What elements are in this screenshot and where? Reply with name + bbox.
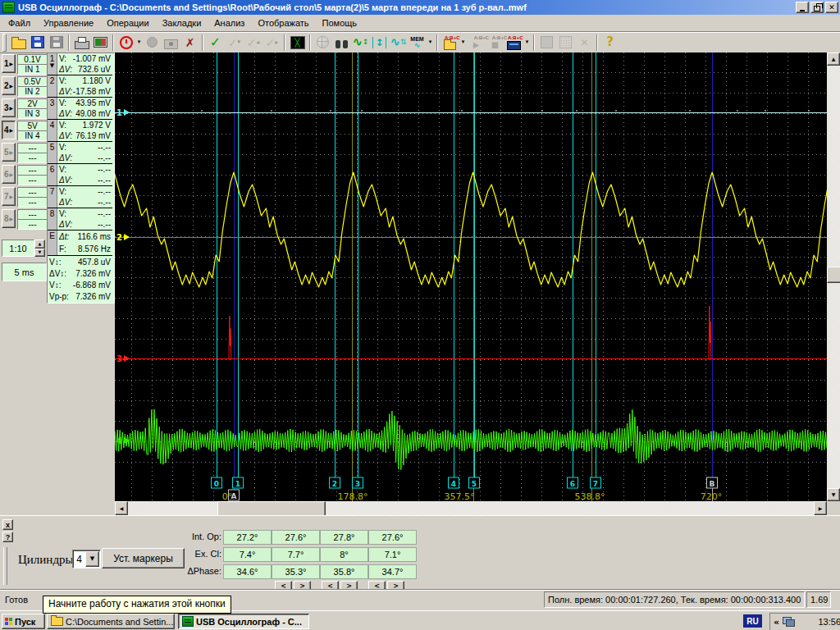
- panel-help-button[interactable]: ?: [2, 532, 13, 542]
- probe-ratio-spinner[interactable]: ▲ ▼: [34, 240, 45, 257]
- toolbar-separator: [309, 34, 311, 51]
- trigger-marker-icon[interactable]: ▼: [50, 63, 54, 69]
- spinner-up-icon[interactable]: ▲: [34, 240, 45, 249]
- menu-item-2[interactable]: Операции: [100, 16, 155, 30]
- channel-1-marker[interactable]: 1: [116, 108, 122, 117]
- measure-back-icon[interactable]: ✓◂: [244, 34, 262, 52]
- phase-cell: 35.3°: [272, 564, 320, 579]
- channel-7-input[interactable]: ---: [17, 197, 48, 208]
- channel-8-button[interactable]: 8▶: [2, 209, 16, 228]
- channel-4-input[interactable]: IN 4: [17, 130, 48, 141]
- cursors-icon[interactable]: ↕: [370, 34, 389, 52]
- analysis-display-icon-dropdown[interactable]: ▾: [523, 34, 531, 52]
- scroll-left-button[interactable]: ◀: [115, 501, 128, 515]
- analysis-open-icon-dropdown[interactable]: ▾: [459, 34, 467, 52]
- degree-label: 720°: [701, 491, 723, 501]
- help-icon[interactable]: ?: [600, 34, 619, 52]
- vertical-scroll-thumb[interactable]: [827, 267, 840, 283]
- menu-item-5[interactable]: Отображать: [251, 16, 315, 30]
- wave-params-icon[interactable]: ∿⇅: [389, 34, 408, 52]
- panel-grip[interactable]: [3, 547, 7, 585]
- save-as-icon[interactable]: [47, 34, 66, 52]
- channel-2-input[interactable]: IN 2: [17, 86, 48, 97]
- scroll-up-button[interactable]: ▲: [827, 52, 840, 66]
- channel-7-button[interactable]: 7▶: [2, 187, 16, 206]
- oscilloscope-display[interactable]: 123401A234567B0°178.8°357.5°538.8°720°: [115, 52, 827, 501]
- probe-ratio-field[interactable]: 1:10: [2, 240, 34, 257]
- erase-icon[interactable]: ✗: [180, 34, 199, 52]
- channel-6-input[interactable]: ---: [17, 175, 48, 185]
- vertical-scrollbar[interactable]: ▲ ▼: [827, 52, 840, 501]
- channel-3-marker[interactable]: 3: [116, 354, 122, 363]
- network-icon[interactable]: [783, 617, 795, 627]
- scroll-right-button[interactable]: ▶: [814, 501, 827, 515]
- memory-icon-dropdown[interactable]: ▾: [427, 34, 434, 52]
- menu-item-0[interactable]: Файл: [2, 16, 37, 30]
- taskbar-task-1[interactable]: USB Осциллограф - C...: [178, 614, 309, 629]
- search-icon[interactable]: [332, 34, 351, 52]
- stop-device-icon[interactable]: [116, 34, 135, 52]
- measure-seq-icon[interactable]: ✓▾: [225, 34, 244, 52]
- taskbar-task-0[interactable]: C:\Documents and Settin...: [47, 614, 175, 629]
- channel-2-button[interactable]: 2▶: [2, 76, 16, 95]
- restore-button[interactable]: [810, 2, 824, 13]
- language-indicator[interactable]: RU: [743, 614, 762, 628]
- combo-arrow-icon[interactable]: ▼: [85, 551, 99, 567]
- pane-solid-icon[interactable]: [537, 34, 556, 52]
- channel-6-button[interactable]: 6▶: [2, 165, 16, 184]
- print-icon[interactable]: [72, 34, 91, 52]
- pane-dotted-icon[interactable]: [556, 34, 575, 52]
- menu-item-3[interactable]: Закладки: [156, 16, 208, 30]
- phase-cell: 7.1°: [368, 547, 417, 562]
- channel-1-input[interactable]: IN 1: [17, 64, 48, 75]
- toolbar-separator: [284, 34, 285, 51]
- channel-8-input[interactable]: ---: [17, 219, 48, 230]
- measure-fwd-icon[interactable]: ✓▸: [262, 34, 281, 52]
- spinner-down-icon[interactable]: ▼: [34, 249, 45, 258]
- channel-3-input[interactable]: IN 3: [17, 108, 48, 119]
- channel-5-input[interactable]: ---: [17, 153, 48, 163]
- phase-row-label: Ex. Cl:: [184, 549, 221, 559]
- menu-item-4[interactable]: Анализ: [208, 16, 251, 30]
- channel-1-button[interactable]: 1▶: [2, 54, 16, 73]
- memory-icon[interactable]: MEM∿: [408, 34, 427, 52]
- marker-flag-label: 2: [332, 480, 337, 488]
- measure-row-1: 1▼V:-1.007 mVΔV:732.6 uV: [48, 53, 112, 75]
- save-icon[interactable]: [28, 34, 47, 52]
- channel-5-button[interactable]: 5▶: [2, 143, 16, 162]
- panel-close-button[interactable]: x: [2, 519, 13, 530]
- toolbar-separator: [596, 34, 598, 51]
- open-file-icon[interactable]: [9, 34, 28, 52]
- globe-icon[interactable]: [313, 34, 332, 52]
- set-markers-button[interactable]: Уст. маркеры: [102, 548, 185, 568]
- marker-flag-label: 7: [593, 480, 598, 488]
- analysis-stop-icon[interactable]: A:B+C■: [486, 34, 504, 52]
- menu-item-6[interactable]: Помощь: [316, 16, 364, 30]
- stop-device-icon-dropdown[interactable]: ▾: [135, 34, 143, 52]
- pane-cross-icon[interactable]: ✕: [575, 34, 594, 52]
- wave-measure-icon[interactable]: ∿↕: [351, 34, 370, 52]
- degree-label: 538.8°: [575, 491, 605, 501]
- snapshot-icon[interactable]: [162, 34, 180, 52]
- cylinders-select[interactable]: 4 ▼: [72, 550, 101, 568]
- analysis-display-icon[interactable]: A:B+C: [504, 34, 523, 52]
- record-icon[interactable]: [143, 34, 162, 52]
- measure-once-icon[interactable]: ✓: [206, 34, 225, 52]
- analysis-open-icon[interactable]: A:B+C: [441, 34, 459, 52]
- toolbar-grip[interactable]: [2, 34, 7, 52]
- channel-4-marker[interactable]: 4: [116, 436, 122, 445]
- menu-item-1[interactable]: Управление: [37, 16, 100, 30]
- print-preview-icon[interactable]: [91, 34, 110, 52]
- scroll-down-button[interactable]: ▼: [827, 488, 840, 501]
- analysis-play-icon[interactable]: A:B+C▶: [467, 34, 486, 52]
- close-button[interactable]: ✕: [825, 2, 838, 13]
- tray-collapse-icon[interactable]: «: [774, 618, 779, 627]
- xy-mode-icon[interactable]: ╳: [288, 34, 307, 52]
- channel-4-button[interactable]: 4▶: [2, 121, 16, 139]
- horizontal-scrollbar[interactable]: ◀ ▶: [115, 501, 827, 515]
- channel-2-marker[interactable]: 2: [116, 233, 122, 242]
- timebase-field[interactable]: 5 ms: [2, 262, 47, 281]
- channel-3-button[interactable]: 3▶: [2, 98, 16, 117]
- start-button[interactable]: Пуск: [2, 614, 45, 629]
- minimize-button[interactable]: [796, 2, 809, 13]
